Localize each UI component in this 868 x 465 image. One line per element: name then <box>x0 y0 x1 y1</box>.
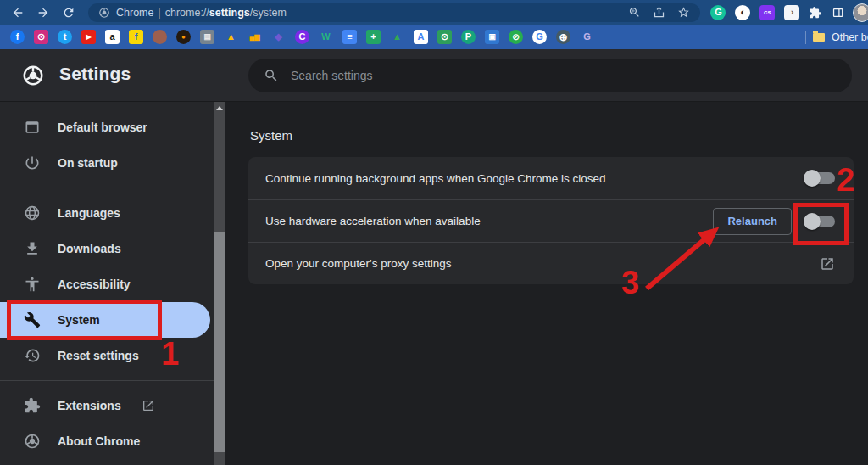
facebook-icon[interactable]: f <box>10 30 25 44</box>
back-icon[interactable] <box>11 6 25 20</box>
open-in-new-icon <box>142 399 155 412</box>
sidebar-item-label: Accessibility <box>58 277 131 291</box>
globe-icon <box>24 204 41 221</box>
image-app-icon[interactable]: ▣ <box>485 30 499 44</box>
setting-row-background-apps: Continue running background apps when Go… <box>248 157 854 199</box>
share-icon[interactable] <box>653 6 665 19</box>
analytics-bars-icon[interactable]: ▄▆ <box>248 30 262 44</box>
briefcase-icon[interactable]: ▤ <box>200 30 214 44</box>
youtube-icon[interactable]: ▶ <box>81 30 96 44</box>
background-apps-toggle[interactable] <box>806 172 835 184</box>
settings-content: Default browser On startup Languages Dow… <box>0 102 868 465</box>
sidebar-item-downloads[interactable]: Downloads <box>0 231 214 266</box>
purple-gem-icon[interactable]: ◆ <box>271 30 286 44</box>
browser-window-icon <box>24 119 41 136</box>
sidebar-item-reset-settings[interactable]: Reset settings <box>0 338 214 373</box>
chrome-logo-icon <box>24 433 41 450</box>
dark-planet-icon[interactable]: ● <box>176 30 191 44</box>
sidebar-item-label: Extensions <box>58 399 121 412</box>
setting-label: Continue running background apps when Go… <box>265 172 806 185</box>
sidebar-item-label: Default browser <box>58 120 147 134</box>
camera-app-icon[interactable]: ⊙ <box>437 30 452 44</box>
setting-row-proxy[interactable]: Open your computer's proxy settings <box>248 242 854 284</box>
refresh-icon[interactable] <box>62 6 75 20</box>
settings-header: Settings <box>0 49 868 102</box>
forward-icon[interactable] <box>36 6 50 20</box>
bookmark-favicons: f⊙t▶af●▤▲▄▆◆CW≡+▲A⊙P▣⊘G⊕G <box>10 30 594 44</box>
canva-icon[interactable]: C <box>295 30 309 44</box>
sidebar-item-default-browser[interactable]: Default browser <box>0 109 214 145</box>
sidebar-item-languages[interactable]: Languages <box>0 195 214 231</box>
accessibility-icon <box>24 276 41 293</box>
sidebar-item-label: About Chrome <box>58 434 140 448</box>
browser-window: Chrome|chrome://settings/system G◐cs› <box>0 0 868 465</box>
other-bookmarks-label: Other bookmarks <box>832 31 868 43</box>
annotation-arrow <box>593 212 737 297</box>
w-logo-icon[interactable]: W <box>319 30 333 44</box>
person-avatar-icon[interactable] <box>153 30 167 44</box>
bookmark-star-icon[interactable] <box>677 6 690 19</box>
google-ads-icon[interactable]: ▲ <box>224 30 238 44</box>
puzzle-icon <box>24 397 41 414</box>
annotation-box-system <box>7 300 162 340</box>
profile-avatar[interactable] <box>853 3 868 22</box>
google-sheets-icon[interactable]: + <box>366 30 381 44</box>
up-arrow-icon <box>216 106 223 110</box>
scrollbar-up-button[interactable] <box>214 102 225 114</box>
amazon-icon[interactable]: a <box>105 30 120 44</box>
google-docs-icon[interactable]: ≡ <box>342 30 357 44</box>
sidebar-item-label: Reset settings <box>58 349 139 362</box>
setting-row-hardware-acceleration: Use hardware acceleration when available… <box>248 199 854 242</box>
cs-purple-icon[interactable]: cs <box>760 5 775 20</box>
twitter-icon[interactable]: t <box>58 30 72 44</box>
page-title: Settings <box>59 64 131 84</box>
settings-search[interactable] <box>248 59 852 92</box>
bookmarks-separator <box>805 31 806 44</box>
settings-main: System Continue running background apps … <box>225 102 868 465</box>
address-bar[interactable]: Chrome|chrome://settings/system <box>88 3 700 22</box>
extension-icons: G◐cs› <box>710 5 799 20</box>
sidebar-divider <box>0 188 214 188</box>
sidebar-item-on-startup[interactable]: On startup <box>0 145 214 181</box>
sidebar-item-extensions[interactable]: Extensions <box>0 388 214 423</box>
sidebar-item-label: Languages <box>58 206 120 220</box>
search-input[interactable] <box>291 69 837 82</box>
flipkart-icon[interactable]: f <box>129 30 143 44</box>
bookmarks-bar: f⊙t▶af●▤▲▄▆◆CW≡+▲A⊙P▣⊘G⊕G Other bookmark… <box>0 25 868 49</box>
toggle-knob <box>804 170 821 187</box>
scrollbar-thumb[interactable] <box>214 232 225 452</box>
annotation-number-2: 2 <box>837 164 854 196</box>
scrollbar[interactable] <box>214 102 225 465</box>
grammarly-icon[interactable]: G <box>710 5 726 20</box>
url-text: Chrome|chrome://settings/system <box>116 7 287 19</box>
p-badge-icon[interactable]: P <box>461 30 476 44</box>
instagram-icon[interactable]: ⊙ <box>34 30 48 44</box>
g-purple-icon[interactable]: G <box>580 30 594 44</box>
system-settings-card: Continue running background apps when Go… <box>248 157 854 284</box>
google-drive-icon[interactable]: ▲ <box>390 30 404 44</box>
folder-icon <box>813 33 825 42</box>
google-g-icon[interactable]: G <box>532 30 547 44</box>
annotation-number-1: 1 <box>161 338 179 370</box>
reading-list-icon[interactable]: › <box>784 5 799 20</box>
sidebar-item-about-chrome[interactable]: About Chrome <box>0 423 214 459</box>
dark-globe-icon[interactable]: ⊕ <box>556 30 570 44</box>
other-bookmarks[interactable]: Other bookmarks <box>805 25 868 49</box>
google-translate-icon[interactable]: A <box>414 30 428 44</box>
external-link-icon[interactable] <box>820 256 835 272</box>
zoom-icon[interactable] <box>628 6 641 19</box>
sidebar-item-label: On startup <box>58 156 118 170</box>
search-icon <box>264 68 279 83</box>
history-icon <box>24 347 41 364</box>
annotation-box-toggle <box>793 203 849 245</box>
sidebar-item-accessibility[interactable]: Accessibility <box>0 266 214 302</box>
extensions-puzzle-icon[interactable] <box>809 6 821 20</box>
green-circle-app-icon[interactable]: ⊘ <box>509 30 523 44</box>
side-panel-icon[interactable] <box>832 6 844 20</box>
chrome-settings-logo-icon <box>22 64 44 87</box>
chrome-favicon-icon <box>98 7 110 19</box>
dark-reader-icon[interactable]: ◐ <box>735 5 750 20</box>
sidebar-item-label: Downloads <box>58 242 121 255</box>
sidebar-divider <box>0 380 214 381</box>
section-title: System <box>250 128 292 143</box>
